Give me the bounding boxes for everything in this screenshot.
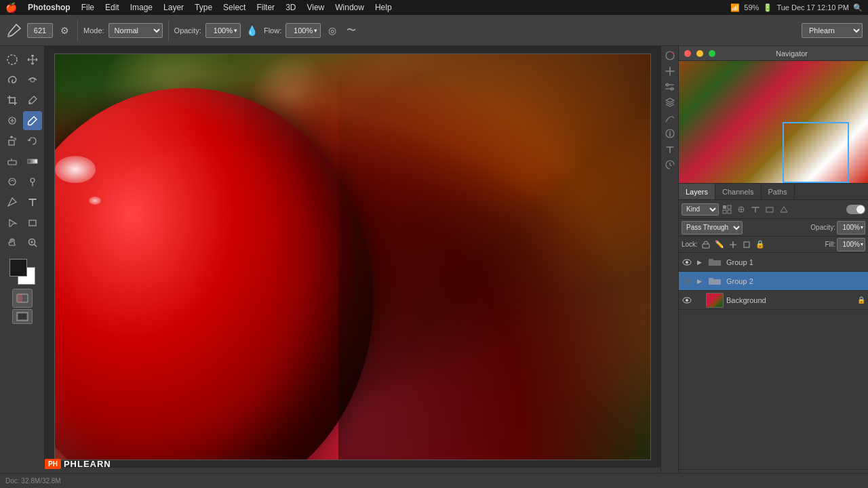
gradient-tool[interactable]	[23, 152, 42, 171]
hand-tool[interactable]	[3, 233, 22, 252]
filter-type-select[interactable]: Kind Name Effect	[682, 203, 719, 216]
zoom-tool[interactable]	[23, 233, 42, 252]
layer-expand-group2[interactable]: ▶	[695, 277, 703, 285]
history-brush-tool[interactable]	[23, 131, 42, 150]
menu-3d[interactable]: 3D	[281, 2, 300, 13]
filter-pixel-icon[interactable]	[721, 203, 733, 216]
layer-visibility-group2[interactable]	[682, 276, 692, 287]
canvas-area[interactable]	[45, 46, 660, 468]
layer-visibility-background[interactable]	[682, 295, 692, 306]
navigator-maximize-button[interactable]	[709, 50, 715, 57]
shape-tool[interactable]	[23, 213, 42, 232]
navigator-minimize-button[interactable]	[696, 50, 703, 57]
layer-row-group2[interactable]: ▶ Group 2	[679, 272, 868, 291]
layer-visibility-group1[interactable]	[682, 257, 692, 268]
type-tool[interactable]	[23, 192, 42, 211]
filter-shape-icon[interactable]	[764, 203, 776, 216]
move-tool[interactable]	[23, 50, 42, 69]
menu-help[interactable]: Help	[371, 2, 396, 13]
quick-mask-button[interactable]	[12, 289, 33, 308]
layer-row-group1[interactable]: ▶ Group 1	[679, 253, 868, 272]
lock-all-icon[interactable]: 🔒	[755, 239, 766, 250]
lock-pixels-icon[interactable]	[701, 239, 711, 250]
blur-tool[interactable]	[3, 172, 22, 191]
fill-input[interactable]: 100% ▾	[837, 238, 865, 251]
opacity-label: Opacity:	[810, 224, 835, 231]
blend-mode-select[interactable]: Pass Through Normal Multiply Screen Over…	[682, 221, 743, 235]
tab-layers[interactable]: Layers	[679, 184, 715, 199]
ornament-highlight-1	[55, 156, 96, 183]
filter-adjust-icon[interactable]	[735, 203, 747, 216]
panel-icon-adjust[interactable]	[663, 80, 677, 94]
opacity-value[interactable]: 100% ▾	[205, 23, 241, 38]
tool-row-clone	[3, 131, 42, 150]
mode-select[interactable]: Normal Multiply Screen Overlay	[108, 23, 163, 38]
menu-file[interactable]: File	[77, 2, 98, 13]
panel-icon-info[interactable]	[663, 127, 677, 140]
color-swatches[interactable]	[9, 259, 35, 285]
screen-mode-button[interactable]	[12, 309, 33, 324]
always-use-pressure-icon[interactable]: 💧	[245, 23, 260, 38]
menu-layer[interactable]: Layer	[159, 2, 188, 13]
svg-rect-24	[728, 205, 731, 209]
panel-icon-text[interactable]	[663, 142, 677, 156]
brush-size-display[interactable]: 621	[27, 23, 53, 38]
status-bar: Doc: 32.8M/32.8M	[0, 473, 868, 488]
quick-select-tool[interactable]	[23, 70, 42, 89]
lock-label: Lock:	[682, 241, 698, 248]
panel-icon-move[interactable]	[663, 64, 677, 78]
tab-channels[interactable]: Channels	[715, 184, 761, 199]
panel-icon-layers[interactable]	[663, 96, 677, 109]
layers-panel: Layers Channels Paths Kind Name Effect	[679, 184, 868, 488]
menu-zoom: 59%	[744, 3, 759, 12]
navigator-close-button[interactable]	[684, 50, 691, 57]
menu-select[interactable]: Select	[219, 2, 250, 13]
lock-position-icon[interactable]	[728, 239, 738, 250]
menu-search-icon[interactable]: 🔍	[853, 3, 863, 12]
svg-point-34	[686, 280, 688, 283]
opacity-label: Opacity:	[174, 26, 201, 35]
layer-expand-group1[interactable]: ▶	[695, 258, 703, 266]
smoothing-icon[interactable]: 〜	[344, 23, 359, 38]
crop-tool[interactable]	[3, 91, 22, 110]
menu-type[interactable]: Type	[191, 2, 216, 13]
clone-stamp-tool[interactable]	[3, 131, 22, 150]
opacity-input[interactable]: 100% ▾	[837, 221, 865, 235]
eraser-tool[interactable]	[3, 152, 22, 171]
flow-value[interactable]: 100% ▾	[285, 23, 321, 38]
panel-icon-color[interactable]	[663, 49, 677, 62]
filter-type-icon[interactable]	[749, 203, 762, 216]
canvas-image[interactable]	[54, 54, 651, 460]
elliptical-marquee-tool[interactable]	[3, 50, 22, 69]
menu-image[interactable]: Image	[126, 2, 157, 13]
phlearn-account-dropdown[interactable]: Phlearn	[802, 23, 863, 38]
eyedropper-tool[interactable]	[23, 91, 42, 110]
phlearn-watermark: PH PHLEARN	[45, 459, 111, 469]
filter-toggle[interactable]	[846, 205, 865, 214]
menu-edit[interactable]: Edit	[101, 2, 123, 13]
account-select[interactable]: Phlearn	[802, 23, 863, 38]
foreground-color-swatch[interactable]	[9, 259, 27, 277]
layer-row-background[interactable]: Background 🔒	[679, 291, 868, 310]
brush-options-icon[interactable]: ⚙	[57, 23, 72, 38]
lock-image-icon[interactable]: ✏️	[714, 239, 725, 250]
filter-smart-icon[interactable]	[778, 203, 790, 216]
pen-tool[interactable]	[3, 192, 22, 211]
airbrush-icon[interactable]: ◎	[325, 23, 340, 38]
apple-logo-icon[interactable]: 🍎	[5, 2, 17, 13]
menu-window[interactable]: Window	[331, 2, 368, 13]
navigator-thumbnail[interactable]	[679, 61, 868, 183]
tool-row-hand	[3, 233, 42, 252]
path-select-tool[interactable]	[3, 213, 22, 232]
menu-photoshop[interactable]: Photoshop	[24, 2, 75, 13]
tab-paths[interactable]: Paths	[762, 184, 795, 199]
spot-healing-tool[interactable]	[3, 111, 22, 130]
lock-artboard-icon[interactable]	[741, 239, 752, 250]
panel-icon-paths[interactable]	[663, 111, 677, 125]
menu-view[interactable]: View	[302, 2, 328, 13]
menu-filter[interactable]: Filter	[252, 2, 279, 13]
panel-icon-history[interactable]	[663, 158, 677, 171]
brush-tool[interactable]	[23, 111, 42, 130]
dodge-tool[interactable]	[23, 172, 42, 191]
lasso-tool[interactable]	[3, 70, 22, 89]
